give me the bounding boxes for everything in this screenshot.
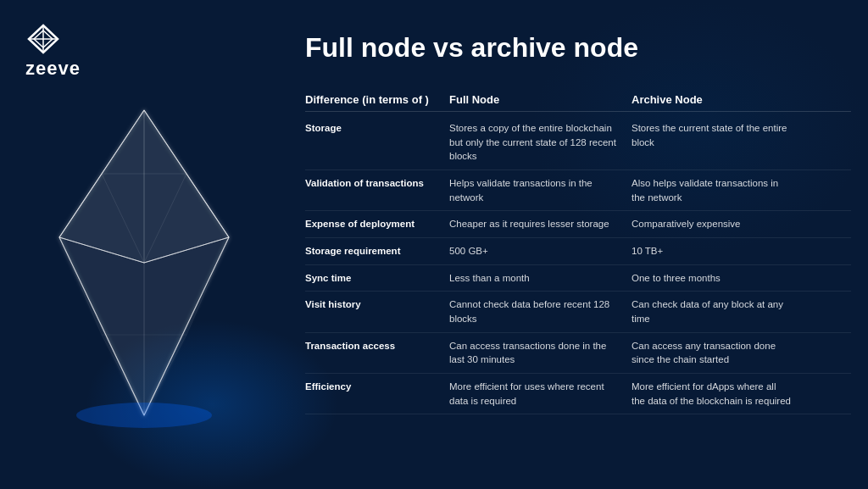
cell-archive-node: More efficient for dApps where all the d…	[632, 380, 801, 408]
cell-full-node: Can access transactions done in the last…	[449, 339, 632, 367]
table-row: Transaction accessCan access transaction…	[305, 333, 851, 374]
cell-full-node: Helps validate transactions in the netwo…	[449, 176, 632, 204]
cell-difference: Efficiency	[305, 380, 449, 394]
cell-difference: Expense of deployment	[305, 217, 449, 231]
cell-archive-node: Can access any transaction done since th…	[632, 339, 801, 367]
col-header-full-node: Full Node	[449, 93, 632, 106]
cell-full-node: More efficient for uses where recent dat…	[449, 380, 632, 408]
zeeve-logo-icon	[25, 24, 61, 54]
table-row: Expense of deploymentCheaper as it requi…	[305, 211, 851, 238]
logo-text: zeeve	[25, 58, 81, 80]
cell-archive-node: 10 TB+	[632, 244, 801, 258]
table-row: Visit historyCannot check data before re…	[305, 292, 851, 332]
table-row: Sync timeLess than a monthOne to three m…	[305, 265, 851, 292]
ethereum-graphic	[25, 85, 263, 441]
cell-difference: Visit history	[305, 297, 449, 312]
cell-difference: Validation of transactions	[305, 176, 449, 191]
page-title: Full node vs archive node	[305, 32, 638, 64]
cell-archive-node: Can check data of any block at any time	[632, 297, 801, 325]
col-header-difference: Difference (in terms of )	[305, 93, 449, 106]
cell-full-node: Cannot check data before recent 128 bloc…	[449, 297, 632, 325]
comparison-table: Difference (in terms of ) Full Node Arch…	[305, 93, 851, 472]
cell-full-node: Cheaper as it requires lesser storage	[449, 217, 632, 231]
logo: zeeve	[25, 24, 81, 80]
table-row: StorageStores a copy of the entire block…	[305, 115, 851, 170]
cell-full-node: Less than a month	[449, 271, 632, 286]
table-header: Difference (in terms of ) Full Node Arch…	[305, 93, 851, 112]
cell-full-node: Stores a copy of the entire blockchain b…	[449, 121, 632, 164]
cell-full-node: 500 GB+	[449, 244, 632, 258]
cell-difference: Storage requirement	[305, 244, 449, 258]
cell-archive-node: Comparatively expensive	[632, 217, 801, 231]
cell-difference: Sync time	[305, 271, 449, 286]
cell-archive-node: One to three months	[632, 271, 801, 286]
cell-archive-node: Stores the current state of the entire b…	[632, 121, 801, 149]
cell-difference: Transaction access	[305, 339, 449, 353]
cell-difference: Storage	[305, 121, 449, 136]
svg-point-25	[76, 403, 212, 428]
table-row: EfficiencyMore efficient for uses where …	[305, 374, 851, 414]
col-header-archive-node: Archive Node	[632, 93, 801, 106]
table-body: StorageStores a copy of the entire block…	[305, 115, 851, 414]
cell-archive-node: Also helps validate transactions in the …	[632, 176, 801, 204]
table-row: Storage requirement500 GB+10 TB+	[305, 238, 851, 265]
table-row: Validation of transactionsHelps validate…	[305, 170, 851, 211]
